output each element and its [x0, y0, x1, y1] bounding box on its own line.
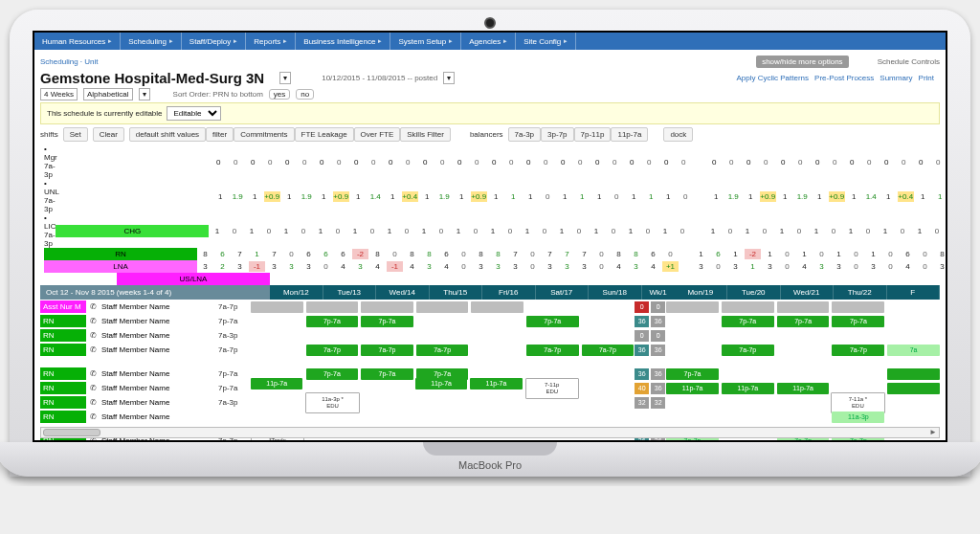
shift-slot[interactable] [776, 392, 828, 404]
shift-slot[interactable] [251, 392, 302, 404]
horizontal-scrollbar[interactable]: ◄ ► [40, 427, 940, 438]
shift-slot[interactable] [471, 330, 523, 342]
phone-icon[interactable]: ✆ [86, 302, 100, 311]
staff-name[interactable]: Staff Member Name [100, 331, 214, 340]
shift-slot[interactable]: 7a-7p [832, 345, 884, 356]
shift-slot[interactable] [251, 330, 303, 342]
shift-slot[interactable]: 11p-7a [415, 378, 467, 389]
control-apply-cyclic-patterns[interactable]: Apply Cyclic Patterns [736, 74, 809, 82]
shift-slot[interactable] [582, 412, 635, 423]
shift-slot[interactable] [666, 345, 719, 356]
shift-slot[interactable] [251, 316, 303, 327]
phone-icon[interactable]: ✆ [86, 412, 100, 421]
shift-slot[interactable] [888, 392, 940, 404]
shift-slot[interactable]: 7a-7p [722, 345, 774, 356]
clear-button[interactable]: Clear [93, 127, 124, 142]
shift-slot[interactable] [416, 330, 469, 342]
scroll-thumb[interactable] [43, 429, 100, 436]
staff-name[interactable]: Staff Member Name [100, 384, 214, 392]
shift-slot[interactable] [251, 345, 303, 356]
filter-over-fte[interactable]: Over FTE [354, 127, 401, 142]
shift-slot[interactable] [666, 301, 719, 313]
shift-slot[interactable]: 7a-7p [416, 345, 469, 356]
shift-slot[interactable] [306, 301, 359, 313]
shift-slot[interactable] [416, 301, 469, 313]
shift-slot[interactable] [472, 392, 523, 404]
shift-slot[interactable] [722, 368, 774, 380]
shift-slot[interactable]: 7p-7a [722, 316, 774, 327]
shift-slot[interactable] [582, 392, 634, 404]
shift-slot[interactable] [306, 330, 359, 342]
shift-slot[interactable]: 7p-7a [832, 316, 884, 327]
shift-slot[interactable] [722, 330, 774, 342]
shift-slot[interactable] [361, 412, 413, 423]
shift-slot[interactable]: 7-11a *EDU [831, 392, 884, 413]
nav-staff-deploy[interactable]: Staff/Deploy▸ [182, 33, 246, 50]
staff-name[interactable]: Staff Member Name [100, 317, 214, 325]
shift-slot[interactable]: 7a-7p [526, 345, 579, 356]
shift-slot[interactable] [832, 301, 884, 313]
control-print[interactable]: Print [919, 74, 934, 82]
shift-slot[interactable] [887, 368, 940, 380]
shift-slot[interactable] [722, 392, 773, 404]
shift-slot[interactable] [777, 330, 830, 342]
shift-slot[interactable] [527, 392, 579, 404]
shift-slot[interactable] [777, 368, 830, 380]
shift-slot[interactable]: 7p-7a [526, 316, 579, 327]
shift-slot[interactable]: 11a-3p [832, 412, 884, 423]
shift-slot[interactable] [471, 345, 523, 356]
phone-icon[interactable]: ✆ [86, 369, 100, 378]
staff-name[interactable]: Staff Member Name [100, 398, 214, 407]
shift-slot[interactable] [887, 412, 940, 423]
staff-name[interactable]: Staff Member Name [100, 345, 214, 354]
nav-scheduling[interactable]: Scheduling▸ [121, 33, 182, 50]
shift-slot[interactable] [251, 412, 303, 423]
shift-slot[interactable]: 7a-7p [582, 345, 635, 356]
phone-icon[interactable]: ✆ [86, 398, 100, 407]
shift-slot[interactable] [582, 330, 635, 342]
phone-icon[interactable]: ✆ [86, 345, 100, 354]
breadcrumb[interactable]: Scheduling · Unit [40, 57, 98, 66]
nav-site-config[interactable]: Site Config▸ [516, 33, 576, 50]
scroll-right-arrow[interactable]: ► [927, 428, 939, 437]
shift-slot[interactable]: 7p-7a [777, 316, 830, 327]
shift-slot[interactable] [306, 412, 359, 423]
shift-slot[interactable] [416, 412, 469, 423]
shift-slot[interactable] [526, 330, 579, 342]
balancer-11p-7a[interactable]: 11p-7a [611, 127, 648, 142]
shift-slot[interactable] [777, 301, 830, 313]
filter-skills-filter[interactable]: Skills Filter [400, 127, 451, 142]
shift-slot[interactable] [722, 412, 774, 423]
shift-slot[interactable] [887, 316, 940, 327]
shift-slot[interactable] [361, 330, 413, 342]
balancer-7p-11p[interactable]: 7p-11p [574, 127, 612, 142]
filter-filter[interactable]: filter [206, 127, 234, 142]
period-dropdown[interactable]: ▾ [443, 72, 455, 84]
shift-slot[interactable] [251, 301, 303, 313]
shift-slot[interactable]: 7p-7a [306, 316, 359, 327]
shift-slot[interactable] [471, 301, 523, 313]
dock-button[interactable]: dock [663, 127, 693, 142]
shift-slot[interactable] [832, 330, 884, 342]
shift-slot[interactable] [361, 301, 413, 313]
control-summary[interactable]: Summary [880, 74, 912, 82]
nav-business-intelligence[interactable]: Business Intelligence▸ [296, 33, 390, 50]
unit-dropdown-arrow[interactable]: ▾ [279, 72, 291, 84]
shift-slot[interactable] [363, 392, 414, 404]
shift-slot[interactable]: 11p-7a [251, 378, 302, 389]
shift-slot[interactable] [887, 330, 940, 342]
phone-icon[interactable]: ✆ [86, 317, 100, 325]
filter-default-shift-values[interactable]: default shift values [129, 127, 206, 142]
shift-slot[interactable] [417, 392, 469, 404]
sort-no[interactable]: no [296, 89, 314, 100]
shift-slot[interactable] [582, 301, 635, 313]
shift-slot[interactable]: 11a-3p *EDU [305, 392, 359, 413]
shift-slot[interactable]: 7a-7p [361, 345, 413, 356]
sort-yes[interactable]: yes [269, 89, 290, 100]
weeks-select[interactable]: 4 Weeks [40, 88, 78, 100]
shift-slot[interactable] [666, 392, 718, 404]
shift-slot[interactable]: 11p-7a [470, 378, 522, 389]
sort-select[interactable]: Alphabetical [83, 88, 133, 100]
shift-slot[interactable] [526, 301, 579, 313]
shift-slot[interactable] [526, 412, 579, 423]
